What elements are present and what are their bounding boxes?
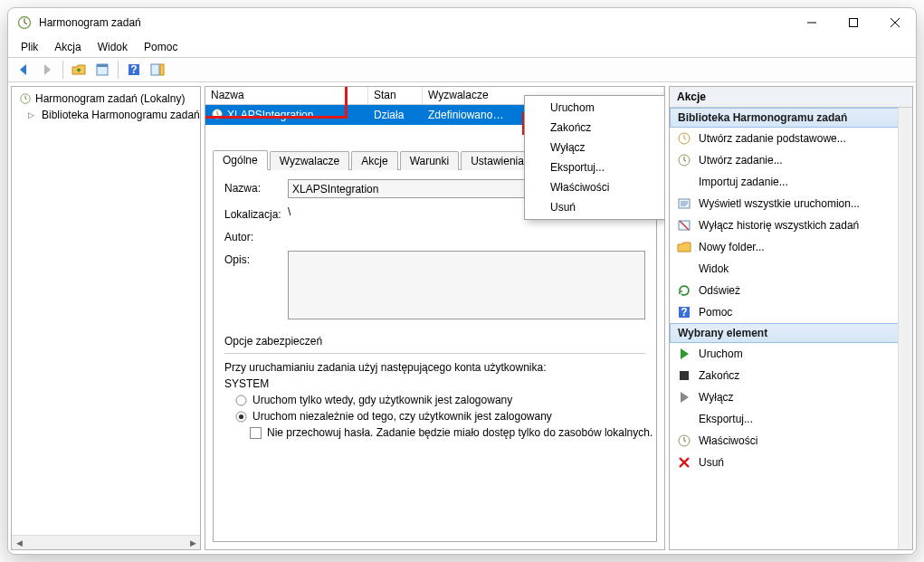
menubar: Plik Akcja Widok Pomoc xyxy=(8,37,916,57)
ctx-properties[interactable]: Właściwości xyxy=(527,177,662,197)
delete-icon xyxy=(677,455,691,470)
toolbar-separator xyxy=(118,61,119,79)
action-help[interactable]: ? Pomoc xyxy=(670,301,912,323)
svg-point-12 xyxy=(239,414,243,418)
action-view-submenu[interactable]: Widok ▶ xyxy=(670,258,912,280)
action-disable[interactable]: Wyłącz xyxy=(670,386,912,408)
toolbar-folder-up[interactable] xyxy=(69,60,89,80)
tab-conditions[interactable]: Warunki xyxy=(400,151,460,170)
actions-section-selected[interactable]: Wybrany element▲ xyxy=(670,323,912,343)
svg-rect-7 xyxy=(160,64,164,75)
action-show-running[interactable]: Wyświetl wszystkie uruchomion... xyxy=(670,193,912,214)
action-run[interactable]: Uruchom xyxy=(670,343,912,365)
running-tasks-icon xyxy=(677,196,691,211)
export-icon xyxy=(677,412,691,426)
toolbar-show-actions[interactable] xyxy=(148,60,167,80)
security-header: Opcje zabezpieczeń xyxy=(224,335,645,348)
ctx-run[interactable]: Uruchom xyxy=(527,98,662,118)
description-label: Opis: xyxy=(224,251,288,266)
toolbar: ? xyxy=(8,57,916,82)
security-account-text: Przy uruchamianiu zadania użyj następują… xyxy=(224,361,645,374)
tab-general-panel: Nazwa: Lokalizacja: \ Autor: Opis: xyxy=(213,170,657,542)
check-no-password[interactable]: Nie przechowuj hasła. Zadanie będzie mia… xyxy=(267,426,653,439)
action-refresh[interactable]: Odśwież xyxy=(670,280,912,301)
svg-text:?: ? xyxy=(130,63,137,76)
toolbar-properties[interactable] xyxy=(92,60,112,80)
app-icon xyxy=(17,15,32,30)
play-icon xyxy=(677,347,691,361)
tree-library[interactable]: ▷ Biblioteka Harmonogramu zadań xyxy=(15,107,196,123)
create-task-icon xyxy=(677,153,691,167)
action-create-task[interactable]: Utwórz zadanie... xyxy=(670,149,912,171)
toolbar-help[interactable]: ? xyxy=(124,60,144,80)
action-import-task[interactable]: Importuj zadanie... xyxy=(670,171,912,193)
author-label: Autor: xyxy=(224,228,288,243)
properties-icon xyxy=(677,433,691,448)
name-label: Nazwa: xyxy=(224,179,288,195)
close-button[interactable] xyxy=(874,8,916,37)
app-window: Harmonogram zadań Plik Akcja Widok Pomoc… xyxy=(7,7,917,555)
ctx-export[interactable]: Eksportuj... xyxy=(527,157,662,177)
ctx-delete[interactable]: Usuń xyxy=(527,197,662,217)
svg-rect-13 xyxy=(251,427,262,438)
action-properties[interactable]: Właściwości xyxy=(670,430,912,452)
minimize-button[interactable] xyxy=(791,8,833,37)
task-icon xyxy=(211,108,224,123)
tab-triggers[interactable]: Wyzwalacze xyxy=(270,151,350,170)
tree-root[interactable]: Harmonogram zadań (Lokalny) xyxy=(15,90,196,107)
center-pane: Nazwa Stan Wyzwalacze XLAPSIntegration D… xyxy=(205,86,665,550)
tree-root-label: Harmonogram zadań (Lokalny) xyxy=(35,92,185,105)
svg-rect-6 xyxy=(151,64,159,75)
description-field[interactable] xyxy=(288,251,645,319)
nav-back-button[interactable] xyxy=(14,60,33,80)
folder-icon xyxy=(677,240,691,254)
checkbox-icon xyxy=(250,427,262,439)
svg-rect-1 xyxy=(850,19,858,27)
wizard-icon xyxy=(677,131,691,146)
action-disable-history[interactable]: Wyłącz historię wszystkich zadań xyxy=(670,214,912,236)
tab-settings[interactable]: Ustawienia xyxy=(461,151,534,170)
disable-history-icon xyxy=(677,218,691,233)
horizontal-scrollbar[interactable]: ◀▶ xyxy=(12,535,200,549)
menu-help[interactable]: Pomoc xyxy=(137,39,185,55)
action-delete[interactable]: Usuń xyxy=(670,452,912,473)
menu-action[interactable]: Akcja xyxy=(47,39,88,55)
divider xyxy=(224,353,645,354)
svg-text:?: ? xyxy=(681,306,687,319)
task-state: Działa xyxy=(368,109,423,121)
toolbar-separator xyxy=(62,61,63,79)
blank-icon xyxy=(677,262,691,276)
tab-general[interactable]: Ogólne xyxy=(213,150,268,170)
ctx-end[interactable]: Zakończ xyxy=(527,118,662,138)
import-icon xyxy=(677,175,691,189)
security-account: SYSTEM xyxy=(224,377,645,390)
radio-logged-on[interactable]: Uruchom tylko wtedy, gdy użytkownik jest… xyxy=(252,394,512,406)
tab-actions[interactable]: Akcje xyxy=(351,151,397,170)
svg-point-10 xyxy=(236,395,246,405)
action-export[interactable]: Eksportuj... xyxy=(670,408,912,430)
task-name: XLAPSIntegration xyxy=(227,109,313,121)
radio-any-user[interactable]: Uruchom niezależnie od tego, czy użytkow… xyxy=(252,410,552,423)
expand-icon[interactable]: ▷ xyxy=(28,110,34,119)
actions-section-library[interactable]: Biblioteka Harmonogramu zadań▲ xyxy=(670,108,912,128)
stop-icon xyxy=(677,368,691,383)
action-create-basic-task[interactable]: Utwórz zadanie podstawowe... xyxy=(670,128,912,149)
actions-header: Akcje xyxy=(670,87,912,108)
action-end[interactable]: Zakończ xyxy=(670,365,912,386)
maximize-button[interactable] xyxy=(833,8,874,37)
menu-view[interactable]: Widok xyxy=(90,39,135,55)
context-menu: Uruchom Zakończ Wyłącz Eksportuj... Właś… xyxy=(524,95,665,220)
col-state[interactable]: Stan xyxy=(368,87,423,104)
svg-rect-3 xyxy=(97,64,108,67)
nav-forward-button[interactable] xyxy=(37,60,57,80)
refresh-icon xyxy=(677,283,691,298)
tree-library-label: Biblioteka Harmonogramu zadań xyxy=(42,109,200,121)
action-new-folder[interactable]: Nowy folder... xyxy=(670,236,912,258)
window-title: Harmonogram zadań xyxy=(39,16,791,29)
location-label: Lokalizacja: xyxy=(224,205,288,221)
vertical-scrollbar[interactable] xyxy=(898,108,912,549)
col-name[interactable]: Nazwa xyxy=(205,87,368,104)
ctx-disable[interactable]: Wyłącz xyxy=(527,138,662,157)
radio-icon xyxy=(235,395,247,406)
menu-file[interactable]: Plik xyxy=(14,39,45,55)
